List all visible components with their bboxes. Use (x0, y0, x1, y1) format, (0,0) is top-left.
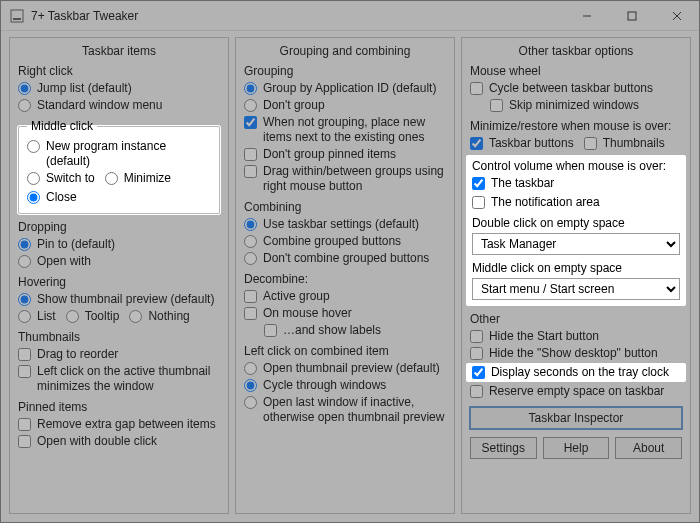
label-combining: Combining (244, 200, 446, 214)
check-cycle-buttons[interactable]: Cycle between taskbar buttons (470, 81, 682, 96)
check-remove-gap[interactable]: Remove extra gap between items (18, 417, 220, 432)
svg-rect-0 (11, 10, 23, 22)
check-volume-notification[interactable]: The notification area (472, 195, 600, 210)
radio-pin-to[interactable]: Pin to (default) (18, 237, 220, 252)
radio-group-appid[interactable]: Group by Application ID (default) (244, 81, 446, 96)
radio-dont-combine[interactable]: Don't combine grouped buttons (244, 251, 446, 266)
label-middle-click: Middle click (27, 119, 97, 133)
check-open-doubleclick[interactable]: Open with double click (18, 434, 220, 449)
minimize-button[interactable] (564, 1, 609, 30)
check-show-labels[interactable]: …and show labels (264, 323, 446, 338)
radio-use-taskbar-settings[interactable]: Use taskbar settings (default) (244, 217, 446, 232)
col-taskbar-items: Taskbar items Right click Jump list (def… (9, 37, 229, 514)
check-volume-taskbar[interactable]: The taskbar (472, 176, 554, 191)
check-whennot-grouping[interactable]: When not grouping, place new items next … (244, 115, 446, 145)
radio-minimize[interactable]: Minimize (105, 171, 171, 186)
label-doubleclick-empty: Double click on empty space (472, 216, 680, 230)
help-button[interactable]: Help (543, 437, 610, 459)
check-hide-showdesktop[interactable]: Hide the "Show desktop" button (470, 346, 682, 361)
titlebar: 7+ Taskbar Tweaker (1, 1, 699, 31)
group-middle-click: Middle click New program instance (defau… (18, 119, 220, 214)
highlight-volume-clicks: Control volume when mouse is over: The t… (466, 155, 686, 306)
check-display-seconds[interactable]: Display seconds on the tray clock (472, 365, 680, 380)
radio-switch-to[interactable]: Switch to (27, 171, 95, 186)
svg-rect-1 (13, 18, 21, 20)
radio-close[interactable]: Close (27, 190, 77, 205)
check-thumbnails[interactable]: Thumbnails (584, 136, 665, 151)
check-drag-groups[interactable]: Drag within/between groups using right m… (244, 164, 446, 194)
label-middleclick-empty: Middle click on empty space (472, 261, 680, 275)
check-on-hover[interactable]: On mouse hover (244, 306, 446, 321)
label-grouping: Grouping (244, 64, 446, 78)
label-decombine: Decombine: (244, 272, 446, 286)
settings-button[interactable]: Settings (470, 437, 537, 459)
radio-dont-group[interactable]: Don't group (244, 98, 446, 113)
maximize-button[interactable] (609, 1, 654, 30)
check-skip-minimized[interactable]: Skip minimized windows (490, 98, 682, 113)
check-dont-group-pinned[interactable]: Don't group pinned items (244, 147, 446, 162)
radio-open-last[interactable]: Open last window if inactive, otherwise … (244, 395, 446, 425)
radio-jump-list[interactable]: Jump list (default) (18, 81, 220, 96)
label-mouse-wheel: Mouse wheel (470, 64, 682, 78)
col3-heading: Other taskbar options (470, 44, 682, 58)
col1-heading: Taskbar items (18, 44, 220, 58)
check-leftclick-thumb[interactable]: Left click on the active thumbnail minim… (18, 364, 220, 394)
select-doubleclick[interactable]: Task Manager (472, 233, 680, 255)
label-minimize-restore: Minimize/restore when mouse is over: (470, 119, 682, 133)
label-pinned: Pinned items (18, 400, 220, 414)
check-active-group[interactable]: Active group (244, 289, 446, 304)
radio-combine-grouped[interactable]: Combine grouped buttons (244, 234, 446, 249)
col-other-options: Other taskbar options Mouse wheel Cycle … (461, 37, 691, 514)
app-icon (9, 8, 25, 24)
radio-open-thumb[interactable]: Open thumbnail preview (default) (244, 361, 446, 376)
label-leftclick-combined: Left click on combined item (244, 344, 446, 358)
radio-nothing[interactable]: Nothing (129, 309, 189, 324)
label-dropping: Dropping (18, 220, 220, 234)
radio-open-with[interactable]: Open with (18, 254, 220, 269)
check-drag-reorder[interactable]: Drag to reorder (18, 347, 220, 362)
col2-heading: Grouping and combining (244, 44, 446, 58)
svg-rect-3 (628, 12, 636, 20)
app-window: 7+ Taskbar Tweaker Taskbar items Right c… (0, 0, 700, 523)
label-thumbnails: Thumbnails (18, 330, 220, 344)
about-button[interactable]: About (615, 437, 682, 459)
close-button[interactable] (654, 1, 699, 30)
content-area: Taskbar items Right click Jump list (def… (1, 31, 699, 522)
label-hovering: Hovering (18, 275, 220, 289)
label-other: Other (470, 312, 682, 326)
label-right-click: Right click (18, 64, 220, 78)
radio-standard-menu[interactable]: Standard window menu (18, 98, 220, 113)
label-volume: Control volume when mouse is over: (472, 159, 680, 173)
radio-thumb-preview[interactable]: Show thumbnail preview (default) (18, 292, 220, 307)
radio-cycle-windows[interactable]: Cycle through windows (244, 378, 446, 393)
check-reserve-empty[interactable]: Reserve empty space on taskbar (470, 384, 682, 399)
radio-list[interactable]: List (18, 309, 56, 324)
check-hide-start[interactable]: Hide the Start button (470, 329, 682, 344)
select-middleclick[interactable]: Start menu / Start screen (472, 278, 680, 300)
taskbar-inspector-button[interactable]: Taskbar Inspector (470, 407, 682, 429)
window-title: 7+ Taskbar Tweaker (31, 9, 138, 23)
col-grouping: Grouping and combining Grouping Group by… (235, 37, 455, 514)
radio-tooltip[interactable]: Tooltip (66, 309, 120, 324)
radio-new-instance[interactable]: New program instance (default) (27, 139, 211, 169)
check-taskbar-buttons[interactable]: Taskbar buttons (470, 136, 574, 151)
